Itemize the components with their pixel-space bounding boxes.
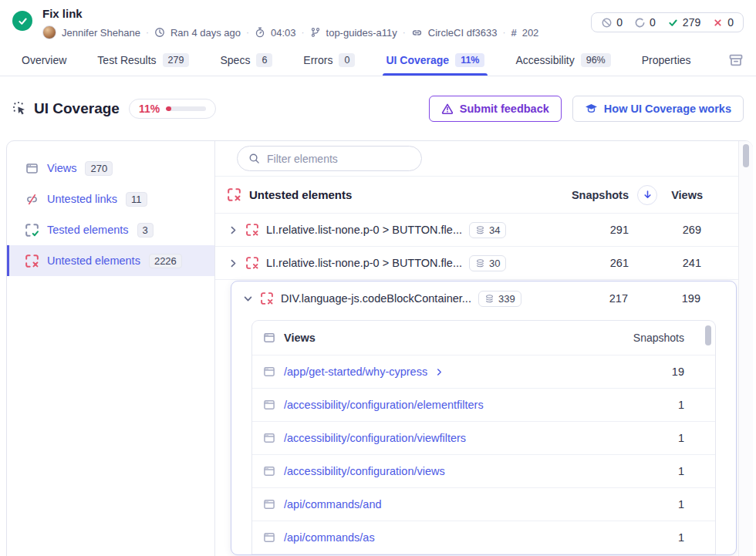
view-url[interactable]: /accessibility/configuration/viewfilters [284, 432, 466, 444]
window-icon [263, 465, 275, 477]
view-snapshots: 19 [661, 366, 684, 378]
chevron-right-icon[interactable] [228, 224, 239, 236]
element-selector: LI.relative.list-none.p-0 > BUTTON.fle..… [266, 257, 462, 269]
failed-icon [712, 17, 724, 29]
link-slash-icon [25, 193, 39, 206]
run-tabs: Overview Test Results279 Specs6 Errors0 … [0, 45, 756, 76]
run-meta: Jennifer Shehane · Ran 4 days ago · 04:0… [42, 25, 538, 39]
window-icon [25, 162, 39, 175]
element-selector: DIV.language-js.codeBlockContainer... [281, 292, 471, 305]
count-badge: 3 [137, 223, 154, 238]
element-x-icon [246, 224, 258, 236]
failed-count: 0 [712, 16, 734, 29]
view-row[interactable]: /accessibility/configuration/elementfilt… [252, 389, 715, 422]
snapshots-value: 291 [582, 224, 629, 236]
sidebar-item-tested-elements[interactable]: Tested elements 3 [7, 214, 214, 245]
view-row[interactable]: /app/get-started/why-cypress 19 [252, 356, 715, 389]
count-badge: 11 [126, 192, 147, 207]
snapshots-value: 261 [582, 257, 629, 269]
nested-scrollbar[interactable] [705, 325, 711, 418]
tab-properties[interactable]: Properties [642, 45, 691, 76]
separator-dot: · [403, 27, 406, 38]
window-icon [263, 498, 275, 511]
view-row[interactable]: /api/commands/as 1 [252, 521, 715, 554]
filter-elements-input[interactable] [267, 153, 410, 165]
chevron-down-icon[interactable] [242, 293, 254, 305]
column-views[interactable]: Views [667, 189, 703, 201]
sort-descending-button[interactable] [637, 185, 657, 205]
view-snapshots: 1 [661, 432, 684, 444]
tab-overview[interactable]: Overview [22, 45, 66, 76]
test-result-counts[interactable]: 0 0 279 0 [591, 12, 744, 32]
view-url[interactable]: /accessibility/configuration/elementfilt… [284, 399, 484, 411]
chevron-right-icon[interactable] [228, 258, 239, 269]
sidebar-item-untested-links[interactable]: Untested links 11 [7, 184, 214, 214]
sidebar-item-views[interactable]: Views 270 [7, 153, 214, 184]
ui-coverage-icon [12, 101, 27, 116]
layers-icon [484, 294, 494, 304]
run-build-number: 202 [522, 27, 539, 39]
views-value: 269 [655, 224, 701, 236]
filter-elements-field[interactable] [237, 146, 422, 171]
coverage-sidebar: Views 270 Untested links 11 Tested eleme… [7, 141, 215, 556]
tab-ui-coverage[interactable]: UI Coverage11% [386, 45, 484, 76]
coverage-score: 11% [139, 103, 160, 115]
view-url[interactable]: /api/commands/as [284, 531, 375, 544]
view-row[interactable]: /accessibility/configuration/viewfilters… [252, 422, 715, 455]
element-x-icon [25, 254, 39, 268]
clock-icon [154, 27, 165, 38]
warning-icon [441, 103, 454, 115]
filter-bar [215, 141, 752, 177]
sidebar-item-untested-elements[interactable]: Untested elements 2226 [7, 245, 214, 276]
separator-dot: · [146, 27, 149, 38]
table-row-expanded[interactable]: DIV.language-js.codeBlockContainer... 33… [231, 281, 736, 315]
run-passed-icon [12, 11, 32, 31]
view-url[interactable]: /accessibility/configuration/views [284, 465, 445, 477]
run-branch[interactable]: top-guides-a11y [326, 27, 397, 39]
table-row[interactable]: LI.relative.list-none.p-0 > BUTTON.fle..… [215, 214, 752, 247]
run-page: Fix link Jennifer Shehane · Ran 4 days a… [0, 0, 756, 556]
snapshots-value: 217 [582, 292, 628, 305]
table-row[interactable]: LI.relative.list-none.p-0 > BUTTON.fle..… [215, 247, 752, 280]
snapshot-count-badge: 34 [469, 222, 506, 238]
view-snapshots: 1 [661, 531, 684, 544]
tab-errors[interactable]: Errors0 [303, 45, 355, 76]
view-url[interactable]: /api/commands/and [284, 498, 382, 511]
how-ui-coverage-works-button[interactable]: How UI Coverage works [572, 96, 744, 122]
views-value: 241 [655, 257, 701, 269]
branch-icon [310, 27, 321, 38]
table-title: Untested elements [249, 188, 572, 201]
element-x-icon [228, 188, 241, 201]
skipped-icon [601, 17, 613, 29]
run-ci-build[interactable]: CircleCI df3633 [428, 27, 498, 39]
main-scrollbar[interactable] [738, 141, 753, 556]
tab-specs[interactable]: Specs6 [220, 45, 272, 76]
column-snapshots[interactable]: Snapshots [572, 189, 629, 201]
snapshot-count-badge: 339 [478, 291, 521, 307]
page-title: UI Coverage [34, 100, 120, 117]
views-sub-table: Views Snapshots /app/get-started/why-cyp… [251, 320, 716, 554]
avatar [42, 25, 56, 39]
element-selector: LI.relative.list-none.p-0 > BUTTON.fle..… [266, 224, 462, 236]
sub-table-header: Views Snapshots [252, 321, 715, 356]
tab-accessibility[interactable]: Accessibility96% [515, 45, 610, 76]
table-header: Untested elements Snapshots Views [215, 177, 752, 214]
views-value: 199 [654, 292, 700, 305]
element-x-icon [246, 257, 258, 269]
run-author: Jennifer Shehane [62, 27, 140, 39]
view-row[interactable]: /api/commands/and 1 [252, 488, 715, 521]
tab-test-results[interactable]: Test Results279 [97, 45, 189, 76]
chevron-right-icon [434, 367, 444, 377]
submit-feedback-button[interactable]: Submit feedback [429, 96, 562, 122]
archive-icon[interactable] [728, 52, 744, 68]
view-url[interactable]: /app/get-started/why-cypress [284, 366, 427, 378]
view-snapshots: 1 [661, 498, 684, 511]
run-duration: 04:03 [271, 27, 296, 39]
element-check-icon [25, 224, 39, 237]
view-row[interactable]: /accessibility/configuration/views 1 [252, 455, 715, 488]
element-x-icon [261, 292, 273, 305]
sub-column-snapshots: Snapshots [633, 332, 684, 344]
pending-icon [634, 17, 646, 29]
graduation-cap-icon [585, 102, 598, 115]
sub-column-views: Views [284, 332, 633, 344]
